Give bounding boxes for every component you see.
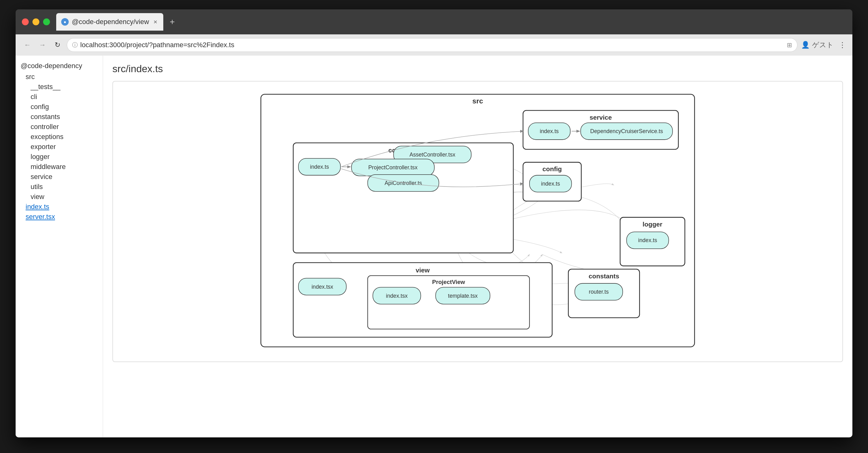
svg-text:ProjectController.tsx: ProjectController.tsx [368,164,418,171]
sidebar-item-exceptions[interactable]: exceptions [21,132,98,142]
tab-bar: ● @code-dependency/view ✕ + [56,13,846,31]
svg-text:AssetController.tsx: AssetController.tsx [409,152,455,158]
svg-text:index.ts: index.ts [310,164,329,170]
sidebar-item-exporter[interactable]: exporter [21,142,98,152]
maximize-button[interactable] [43,19,50,25]
minimize-button[interactable] [32,19,39,25]
toolbar: ← → ↻ ⓘ localhost:3000/project/?pathname… [16,34,852,56]
sidebar-item-logger[interactable]: logger [21,152,98,162]
svg-text:router.ts: router.ts [589,289,609,295]
title-bar: ● @code-dependency/view ✕ + [16,9,852,34]
tab-close-button[interactable]: ✕ [152,19,158,25]
sidebar-item-cli[interactable]: cli [21,92,98,102]
svg-text:DependencyCruiserService.ts: DependencyCruiserService.ts [590,128,663,134]
user-icon: 👤 [801,41,810,49]
sidebar-item-middleware[interactable]: middleware [21,162,98,172]
browser-window: ● @code-dependency/view ✕ + ← → ↻ ⓘ loca… [16,9,852,437]
active-tab[interactable]: ● @code-dependency/view ✕ [56,13,163,31]
toolbar-right: 👤 ゲスト ⋮ [801,40,846,50]
sidebar-item-src[interactable]: src [21,72,98,82]
main-content: src/index.ts src [103,56,852,437]
svg-text:index.tsx: index.tsx [312,284,334,290]
dependency-diagram: src [119,88,836,353]
svg-text:index.tsx: index.tsx [386,293,408,299]
sidebar-item-utils[interactable]: utils [21,182,98,192]
sidebar-item-config[interactable]: config [21,102,98,112]
user-label: ゲスト [812,40,834,50]
sidebar-item-tests[interactable]: __tests__ [21,82,98,92]
sidebar-item-service[interactable]: service [21,172,98,182]
forward-button[interactable]: → [37,39,48,51]
sidebar-item-controller[interactable]: controller [21,122,98,132]
svg-text:index.ts: index.ts [540,128,559,134]
svg-text:template.tsx: template.tsx [448,293,478,299]
traffic-lights [22,19,50,25]
svg-text:index.ts: index.ts [638,237,657,243]
src-label: src [472,97,483,105]
sidebar-item-constants[interactable]: constants [21,112,98,122]
tab-favicon: ● [61,18,69,26]
config-label: config [542,165,562,173]
refresh-button[interactable]: ↻ [52,39,63,51]
logger-label: logger [643,220,662,228]
svg-text:index.ts: index.ts [541,181,560,187]
translate-icon: ⊞ [787,41,792,49]
sidebar-item-index-ts[interactable]: index.ts [21,202,98,212]
security-icon: ⓘ [72,41,78,49]
sidebar-item-server-tsx[interactable]: server.tsx [21,212,98,222]
menu-button[interactable]: ⋮ [839,40,846,49]
new-tab-button[interactable]: + [166,17,178,27]
view-label: view [415,267,430,274]
page-title: src/index.ts [113,63,843,75]
sidebar: @code-dependency src __tests__ cli confi… [16,56,103,437]
close-button[interactable] [22,19,29,25]
sidebar-root[interactable]: @code-dependency [21,62,98,70]
back-button[interactable]: ← [22,39,33,51]
diagram-container[interactable]: src [113,81,843,362]
content-area: @code-dependency src __tests__ cli confi… [16,56,852,437]
address-bar[interactable]: ⓘ localhost:3000/project/?pathname=src%2… [67,38,798,52]
user-button[interactable]: 👤 ゲスト [801,40,834,50]
tab-title: @code-dependency/view [72,18,149,26]
url-text: localhost:3000/project/?pathname=src%2Fi… [80,41,784,49]
constants-label: constants [589,272,619,280]
projectview-label: ProjectView [432,279,465,285]
service-label: service [589,114,612,121]
sidebar-item-view[interactable]: view [21,192,98,202]
